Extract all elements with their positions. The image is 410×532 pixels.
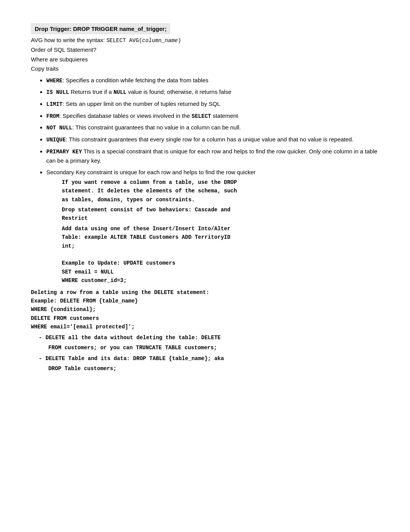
preformatted-add-data: Add data using one of these Insert/Inser… bbox=[62, 224, 379, 285]
bullet-keyword-limit: LIMIT bbox=[46, 101, 63, 107]
bullet-list: WHERE: Specifies a condition while fetch… bbox=[46, 76, 379, 285]
preformatted-delete: Deleting a row from a table using the DE… bbox=[31, 288, 379, 331]
page-content: Drop Trigger: DROP TRIGGER name_of_trigg… bbox=[31, 23, 379, 373]
where-subquieres-line: Where are subquieres bbox=[31, 55, 379, 64]
list-item-unique: UNIQUE: This constraint guarantees that … bbox=[46, 135, 379, 144]
list-item-secondary-key: Secondary Key constraint is unique for e… bbox=[46, 168, 379, 285]
sub-bullet-list: DELETE all the data without deleting the… bbox=[39, 333, 379, 373]
list-item-from: FROM: Specifies database tables or views… bbox=[46, 111, 379, 121]
list-item-limit: LIMIT: Sets an upper limit on the number… bbox=[46, 99, 379, 109]
list-item-primary-key: PRIMARY KEY This is a special constraint… bbox=[46, 147, 379, 165]
header-title: Drop Trigger: DROP TRIGGER name_of_trigg… bbox=[35, 25, 166, 32]
header-highlight: Drop Trigger: DROP TRIGGER name_of_trigg… bbox=[31, 23, 170, 34]
bullet-keyword-where: WHERE bbox=[46, 78, 63, 84]
bullet-keyword-primarykey: PRIMARY KEY bbox=[46, 149, 82, 155]
list-item-is-null: IS NULL Returns true if a NULL value is … bbox=[46, 87, 379, 97]
list-item-not-null: NOT NULL: This constraint guarantees tha… bbox=[46, 123, 379, 133]
preformatted-drop-statement: Drop statement consist of two behaviors:… bbox=[62, 206, 379, 223]
bullet-keyword-from: FROM bbox=[46, 113, 59, 119]
copy-traits-line: Copy traits bbox=[31, 65, 379, 73]
select-keyword: SELECT bbox=[191, 113, 211, 119]
sub-list-item-delete-table: DELETE Table and its data: DROP TABLE {t… bbox=[39, 354, 379, 373]
bullet-keyword-notnull: NOT NULL bbox=[46, 125, 72, 131]
avg-line: AVG how to write the syntax: SELECT AVG(… bbox=[31, 36, 379, 45]
null-keyword: NULL bbox=[114, 89, 127, 95]
bullet-keyword-isnull: IS NULL bbox=[46, 89, 69, 95]
sub-list-item-delete-all: DELETE all the data without deleting the… bbox=[39, 333, 379, 352]
order-line: Order of SQL Statement? bbox=[31, 46, 379, 54]
list-item-where: WHERE: Specifies a condition while fetch… bbox=[46, 76, 379, 85]
preformatted-drop-column: If you want remove a column from a table… bbox=[62, 178, 379, 204]
bullet-keyword-unique: UNIQUE bbox=[46, 137, 66, 143]
